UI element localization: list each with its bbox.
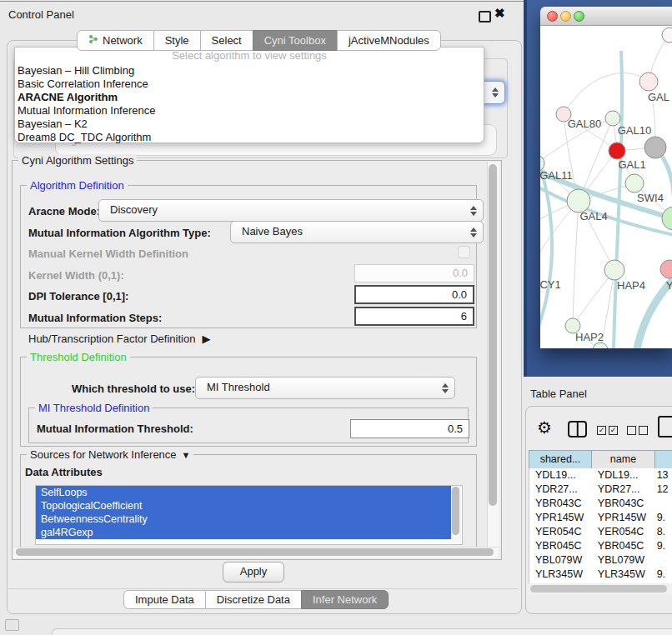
network-edge[interactable]	[573, 201, 579, 326]
tab-infer-network[interactable]: Infer Network	[301, 590, 389, 609]
data-attribute-item[interactable]: gal4RGexp	[36, 526, 451, 539]
network-edge[interactable]	[573, 270, 614, 326]
network-edge[interactable]	[564, 73, 649, 114]
table-row[interactable]: YBL079WYBL079W	[529, 553, 672, 568]
network-node[interactable]	[644, 137, 666, 158]
mi-steps-input[interactable]: 6	[354, 307, 474, 326]
table-cell: YDL19...	[592, 468, 654, 482]
table-header-extra[interactable]	[654, 450, 672, 469]
table-cell: YPR145W	[529, 511, 592, 525]
network-node[interactable]	[567, 189, 590, 212]
hub-definition-row[interactable]: Hub/Transcription Factor Definition ▶	[28, 332, 210, 345]
network-node[interactable]	[660, 260, 672, 278]
control-panel-tabbar: Network Style Select Cyni Toolbox jActiv…	[77, 30, 441, 51]
network-node[interactable]	[639, 72, 658, 91]
algorithm-popup-item[interactable]: Dream8 DC_TDC Algorithm	[15, 131, 484, 144]
table-cell: YER054C	[592, 525, 654, 539]
manual-kernel-checkbox[interactable]	[458, 246, 470, 258]
data-attribute-item[interactable]: TopologicalCoefficient	[36, 499, 451, 512]
algorithm-popup-item[interactable]: Mutual Information Inference	[15, 104, 484, 118]
table-cell: YBL079W	[592, 553, 654, 568]
algorithm-popup-item[interactable]: Bayesian – K2	[15, 118, 484, 131]
network-node[interactable]	[625, 174, 644, 192]
tab-select[interactable]: Select	[200, 30, 253, 51]
sources-legend[interactable]: Sources for Network Inference ▼	[27, 448, 193, 461]
network-node[interactable]	[662, 207, 672, 230]
window-close-icon[interactable]	[547, 11, 558, 22]
data-attributes-label: Data Attributes	[25, 466, 103, 478]
network-view[interactable]: GALGAL80GAL10GAL11GAL1SWI4GAL4GCY1HAP4YH…	[540, 26, 672, 348]
tab-style[interactable]: Style	[153, 30, 201, 51]
table-row[interactable]: YER054CYER054C8.	[529, 525, 672, 539]
network-node[interactable]	[662, 28, 672, 42]
combo-stepper-icon	[470, 206, 477, 216]
settings-hscrollbar-thumb[interactable]	[16, 548, 494, 556]
table-row[interactable]: YBR043CYBR043C	[529, 497, 672, 511]
data-attribute-item[interactable]: BetweennessCentrality	[36, 512, 451, 526]
dpi-tolerance-input[interactable]: 0.0	[354, 285, 474, 304]
table-hscrollbar-thumb[interactable]	[530, 585, 667, 592]
split-columns-icon[interactable]	[568, 421, 587, 438]
float-window-icon[interactable]	[479, 11, 491, 22]
mi-threshold-input[interactable]: 0.5	[350, 419, 469, 438]
algorithm-popup-item[interactable]: Basic Correlation Inference	[15, 78, 484, 91]
algorithm-popup-list: Bayesian – Hill ClimbingBasic Correlatio…	[15, 64, 484, 144]
table-row[interactable]: YPR145WYPR145W9.	[529, 511, 672, 525]
kernel-width-input[interactable]: 0.0	[354, 264, 474, 282]
unchecked-pair-icon[interactable]	[627, 426, 648, 435]
table-row[interactable]: YDL19...YDL19...13	[529, 468, 672, 482]
network-canvas[interactable]: GALGAL80GAL10GAL11GAL1SWI4GAL4GCY1HAP4YH…	[540, 26, 672, 348]
window-zoom-icon[interactable]	[574, 11, 584, 22]
data-attribute-item[interactable]: SelfLoops	[36, 486, 451, 499]
window-minimize-icon[interactable]	[560, 11, 571, 22]
list-vscrollbar-thumb[interactable]	[452, 487, 459, 535]
table-cell: 9.	[654, 511, 672, 525]
table-cell: YDR27...	[592, 482, 654, 497]
tab-jactivemnodules[interactable]: jActiveMNodules	[337, 30, 441, 51]
tab-cyni-toolbox[interactable]: Cyni Toolbox	[253, 30, 338, 51]
network-window-titlebar[interactable]	[540, 7, 672, 26]
table-row[interactable]: YLR345WYLR345W9.	[529, 568, 672, 582]
tab-label: Infer Network	[313, 590, 377, 610]
tab-label: jActiveMNodules	[349, 31, 429, 51]
network-edge[interactable]	[540, 181, 672, 236]
document-icon[interactable]	[658, 416, 672, 438]
close-icon[interactable]: ✖	[494, 6, 505, 21]
tab-label: Network	[103, 31, 143, 51]
application-window: Control Panel ✖ Network Style Select Cyn…	[0, 0, 672, 635]
checked-pair-icon[interactable]: ✓✓	[597, 426, 618, 435]
apply-button[interactable]: Apply	[223, 562, 284, 582]
table-cell: YBR043C	[592, 497, 654, 511]
panel-grip-icon[interactable]	[5, 619, 19, 631]
algorithm-popup-item[interactable]: Bayesian – Hill Climbing	[15, 64, 484, 78]
control-panel-title: Control Panel	[8, 8, 74, 21]
settings-vscrollbar-thumb[interactable]	[489, 164, 497, 506]
tab-discretize-data[interactable]: Discretize Data	[205, 590, 302, 609]
table-header-name[interactable]: name	[591, 450, 655, 469]
tab-impute-data[interactable]: Impute Data	[123, 590, 206, 609]
tab-label: Select	[212, 31, 242, 51]
network-node[interactable]	[604, 260, 624, 280]
which-threshold-combobox[interactable]: MI Threshold	[195, 377, 455, 399]
collapse-arrow-icon[interactable]: ▶	[202, 332, 210, 345]
table-cell: YBR045C	[592, 539, 654, 553]
tab-label: Cyni Toolbox	[264, 31, 326, 51]
network-node[interactable]	[609, 142, 625, 159]
table-cell: 12	[654, 482, 672, 497]
network-node[interactable]	[593, 342, 608, 348]
gear-icon[interactable]: ⚙	[537, 418, 552, 438]
table-row[interactable]: YDR27...YDR27...12	[529, 482, 672, 497]
network-node-label: Y	[666, 279, 672, 292]
table-row[interactable]: YBR045CYBR045C9.	[529, 539, 672, 553]
aracne-mode-combobox[interactable]: Discovery	[98, 199, 484, 222]
algorithm-dropdown-popup: Select algorithm to view settings Bayesi…	[14, 47, 484, 143]
table-header-shared[interactable]: shared...	[529, 450, 592, 469]
algorithm-popup-item[interactable]: ARACNE Algorithm	[15, 91, 484, 104]
expand-arrow-icon[interactable]: ▼	[182, 450, 191, 460]
mi-type-combobox[interactable]: Naive Bayes	[230, 221, 484, 243]
tab-network[interactable]: Network	[77, 30, 154, 51]
unchecked-box	[627, 426, 636, 435]
threshold-legend: Threshold Definition	[27, 351, 130, 363]
table-panel-title: Table Panel	[530, 388, 587, 400]
data-attributes-list[interactable]: SelfLoopsTopologicalCoefficientBetweenne…	[35, 485, 463, 545]
